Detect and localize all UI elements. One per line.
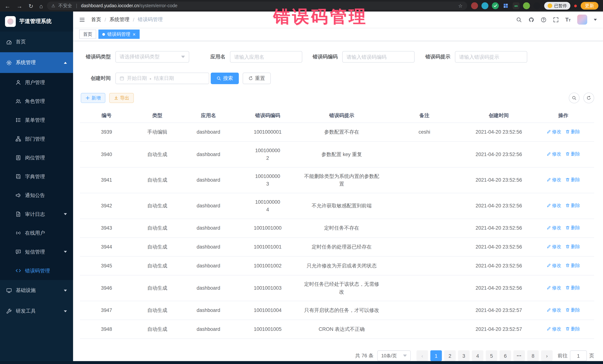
page-button-8[interactable]: 8 [527, 350, 539, 361]
delete-button[interactable]: 删除 [565, 284, 580, 292]
edit-button[interactable]: 修改 [546, 150, 561, 158]
delete-button[interactable]: 删除 [565, 128, 580, 135]
user-avatar[interactable] [577, 15, 587, 25]
reload-icon[interactable]: ↻ [28, 3, 33, 9]
more-pages-button[interactable]: ••• [513, 350, 525, 361]
sidebar-item-system[interactable]: 系统管理 [0, 52, 73, 73]
delete-button[interactable]: 删除 [565, 243, 580, 250]
error-type-select[interactable]: 请选择错误码类型 [116, 51, 189, 63]
bookmark-star-icon[interactable]: ☆ [458, 3, 463, 9]
edit-button[interactable]: 修改 [546, 325, 561, 333]
breadcrumb-system[interactable]: 系统管理 [109, 16, 129, 23]
page-button-1[interactable]: 1 [430, 350, 442, 361]
paused-badge[interactable]: 已暂停 [544, 2, 570, 10]
cell-id: 3942 [80, 193, 133, 219]
edit-button[interactable]: 修改 [546, 128, 561, 135]
delete-label: 删除 [571, 202, 580, 209]
edit-button[interactable]: 修改 [546, 202, 561, 209]
fullscreen-icon[interactable] [553, 17, 559, 22]
cell-id: 3941 [80, 167, 133, 193]
sidebar-item-roles[interactable]: 角色管理 [0, 92, 73, 111]
avatar-caret-icon[interactable] [594, 19, 597, 21]
app-name-input[interactable] [230, 51, 302, 63]
sidebar-item-audit-log[interactable]: 审计日志 [0, 205, 73, 224]
sidebar-item-sms[interactable]: 短信管理 [0, 243, 73, 261]
cell-time: 2021-04-20 23:52:56 [465, 219, 532, 238]
sidebar-item-departments[interactable]: 部门管理 [0, 129, 73, 148]
sidebar-item-menus[interactable]: 菜单管理 [0, 111, 73, 130]
next-page-button[interactable]: › [541, 350, 553, 361]
back-icon[interactable]: ← [5, 3, 10, 9]
edit-button[interactable]: 修改 [546, 306, 561, 314]
page-button-4[interactable]: 4 [472, 350, 483, 361]
sidebar-item-infrastructure[interactable]: 基础设施 [0, 280, 73, 301]
cell-code: 100100000 2 [235, 142, 300, 167]
error-code-input[interactable] [342, 51, 415, 63]
delete-button[interactable]: 删除 [565, 150, 580, 158]
delete-button[interactable]: 删除 [565, 325, 580, 333]
breadcrumb-home[interactable]: 首页 [91, 16, 101, 23]
edit-button[interactable]: 修改 [546, 262, 561, 269]
extension-icon-red[interactable] [471, 2, 478, 9]
page-button-5[interactable]: 5 [486, 350, 497, 361]
search-icon[interactable] [516, 17, 522, 22]
cell-ops: 修改删除 [532, 219, 594, 238]
page-button-6[interactable]: 6 [499, 350, 511, 361]
sidebar-item-label: 在线用户 [25, 230, 45, 236]
cell-type: 自动生成 [133, 142, 181, 167]
cell-remark: ceshi [383, 123, 465, 142]
page-button-3[interactable]: 3 [458, 350, 470, 361]
hamburger-icon[interactable] [79, 17, 85, 22]
notification-dot [574, 4, 577, 7]
delete-button[interactable]: 删除 [565, 306, 580, 314]
help-icon[interactable] [541, 17, 546, 22]
github-icon[interactable] [528, 17, 534, 22]
extension-icon-check[interactable] [492, 2, 499, 9]
edit-button[interactable]: 修改 [546, 243, 561, 250]
delete-button[interactable]: 删除 [565, 262, 580, 269]
tab-error-code[interactable]: 错误码管理 × [99, 30, 139, 39]
chat-icon [15, 249, 21, 255]
tab-home[interactable]: 首页 [79, 30, 96, 39]
add-button[interactable]: 新增 [81, 93, 105, 103]
export-button[interactable]: 导出 [109, 93, 134, 103]
delete-button[interactable]: 删除 [565, 202, 580, 209]
address-bar[interactable]: ⚠ 不安全 | dashboard.yudao.iocoder.cn/syste… [47, 1, 467, 10]
page-size-select[interactable]: 10条/页 [377, 350, 411, 361]
sidebar-item-devtools[interactable]: 研发工具 [0, 301, 73, 321]
delete-button[interactable]: 删除 [565, 176, 580, 184]
chevron-down-icon [181, 56, 185, 58]
sidebar-item-dict[interactable]: 字典管理 [0, 167, 73, 186]
sidebar-item-online-users[interactable]: 在线用户 [0, 223, 73, 243]
toggle-search-button[interactable] [569, 93, 580, 103]
goto-page-input[interactable] [570, 350, 587, 361]
extension-icon-teal[interactable] [481, 2, 488, 9]
app-logo[interactable]: 芋道管理系统 [0, 11, 73, 32]
sidebar-item-users[interactable]: 用户管理 [0, 73, 73, 92]
forward-icon[interactable]: → [16, 3, 22, 9]
sidebar-item-home[interactable]: 首页 [0, 32, 73, 52]
sidebar-item-notice[interactable]: 通知公告 [0, 186, 73, 205]
tab-close-icon[interactable]: × [133, 32, 136, 37]
extension-icon-leaf[interactable] [523, 2, 530, 9]
add-button-label: 新增 [92, 95, 101, 101]
sidebar-item-posts[interactable]: 岗位管理 [0, 148, 73, 167]
date-range-picker[interactable]: 开始日期 - 结束日期 [116, 73, 209, 84]
update-button[interactable]: 更新 [581, 2, 598, 10]
page-button-2[interactable]: 2 [444, 350, 456, 361]
edit-button[interactable]: 修改 [546, 224, 561, 232]
edit-button[interactable]: 修改 [546, 176, 561, 184]
extension-icon-dark[interactable] [533, 2, 540, 9]
sidebar-item-error-code[interactable]: 错误码管理 [0, 261, 73, 280]
error-msg-input[interactable] [455, 51, 527, 63]
prev-page-button[interactable]: ‹ [417, 350, 428, 361]
browser-home-icon[interactable]: ⌂ [39, 3, 43, 9]
extension-icon-grid[interactable] [502, 2, 509, 9]
reset-button[interactable]: 重置 [243, 73, 271, 84]
refresh-table-button[interactable] [583, 93, 594, 103]
extension-icon-on[interactable]: on [513, 2, 520, 9]
edit-button[interactable]: 修改 [546, 284, 561, 292]
search-button[interactable]: 搜索 [211, 73, 239, 84]
delete-button[interactable]: 删除 [565, 224, 580, 232]
font-size-icon[interactable]: TT [565, 17, 571, 22]
